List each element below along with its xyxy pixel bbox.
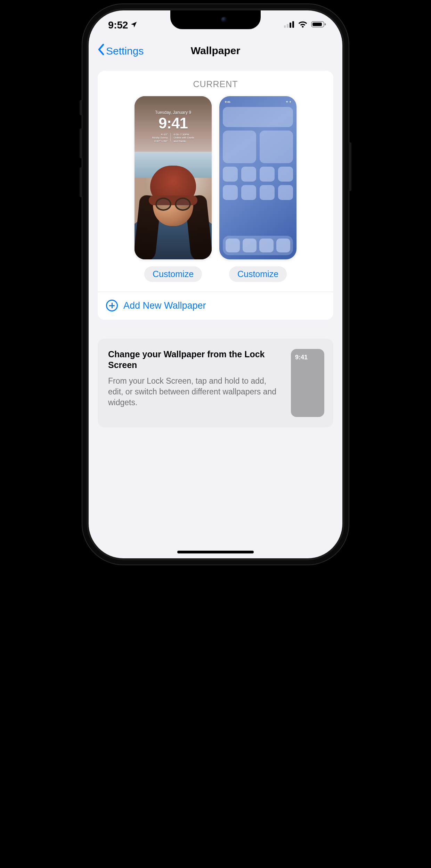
status-time: 9:52: [108, 19, 128, 31]
home-widget-large: [223, 107, 293, 127]
home-widget-med-2: [260, 131, 293, 163]
chevron-left-icon: [97, 44, 105, 58]
add-new-wallpaper-button[interactable]: Add New Wallpaper: [98, 292, 333, 320]
plus-circle-icon: [106, 300, 118, 311]
phone-screen: 9:52: [89, 10, 342, 558]
lock-preview-time: 9:41: [135, 116, 212, 131]
home-preview-status-icons: ᯤ ▮: [286, 100, 291, 103]
home-preview-time: 9:41: [225, 100, 230, 103]
home-app-icon: [278, 185, 293, 200]
volume-down-button: [80, 167, 82, 197]
lock-weather-cond: Mostly Sunny: [152, 136, 168, 139]
current-wallpaper-card: CURRENT: [98, 71, 333, 320]
volume-up-button: [80, 128, 82, 158]
svg-rect-3: [292, 21, 294, 28]
home-screen-preview[interactable]: 9:41 ᯤ ▮: [219, 96, 296, 259]
lock-cal-time: 6:00–7:30PM: [173, 133, 194, 136]
dock-app-icon: [276, 239, 291, 253]
tip-thumbnail: 9:41: [291, 349, 324, 417]
wifi-icon: [298, 21, 308, 28]
power-button: [349, 142, 351, 191]
notch: [170, 10, 261, 29]
battery-icon: [311, 21, 326, 28]
back-label: Settings: [106, 45, 144, 57]
home-app-icon: [241, 167, 256, 182]
svg-rect-2: [290, 23, 291, 28]
tip-body: From your Lock Screen, tap and hold to a…: [108, 376, 282, 408]
front-camera: [221, 17, 227, 23]
home-dock: [223, 236, 293, 256]
lock-cal-title2: and Danilo: [173, 140, 194, 143]
tip-card: Change your Wallpaper from the Lock Scre…: [98, 339, 333, 427]
page-title: Wallpaper: [191, 45, 240, 57]
svg-rect-5: [312, 23, 322, 26]
lock-weather-temp: 63°: [152, 133, 168, 136]
dock-app-icon: [243, 239, 257, 253]
phone-frame: 9:52: [82, 3, 349, 565]
lock-cal-title1: Online with Dante: [173, 136, 194, 139]
mute-switch: [80, 100, 82, 115]
home-app-icon: [260, 185, 275, 200]
svg-rect-0: [284, 25, 286, 28]
add-new-wallpaper-label: Add New Wallpaper: [123, 300, 206, 311]
home-widget-med-1: [223, 131, 256, 163]
dock-app-icon: [259, 239, 274, 253]
customize-lock-button[interactable]: Customize: [144, 266, 202, 282]
customize-home-button[interactable]: Customize: [229, 266, 287, 282]
home-app-icon: [223, 167, 238, 182]
home-app-icon: [223, 185, 238, 200]
home-app-icon: [260, 167, 275, 182]
dock-app-icon: [226, 239, 240, 253]
back-button[interactable]: Settings: [97, 44, 144, 58]
lock-weather-hilo: H:87° L:60°: [152, 140, 168, 143]
location-icon: [130, 19, 138, 31]
home-app-icon: [278, 167, 293, 182]
cellular-icon: [284, 21, 294, 28]
tip-thumb-time: 9:41: [295, 354, 308, 361]
svg-rect-6: [325, 23, 326, 25]
section-label-current: CURRENT: [98, 71, 333, 96]
lock-screen-preview[interactable]: Tuesday, January 9 9:41 63° Mostly Sunny…: [135, 96, 212, 259]
lock-preview-date: Tuesday, January 9: [135, 110, 212, 115]
svg-rect-1: [287, 24, 288, 28]
home-indicator[interactable]: [177, 551, 254, 553]
nav-header: Settings Wallpaper: [89, 37, 342, 64]
tip-title: Change your Wallpaper from the Lock Scre…: [108, 349, 282, 371]
home-app-icon: [241, 185, 256, 200]
